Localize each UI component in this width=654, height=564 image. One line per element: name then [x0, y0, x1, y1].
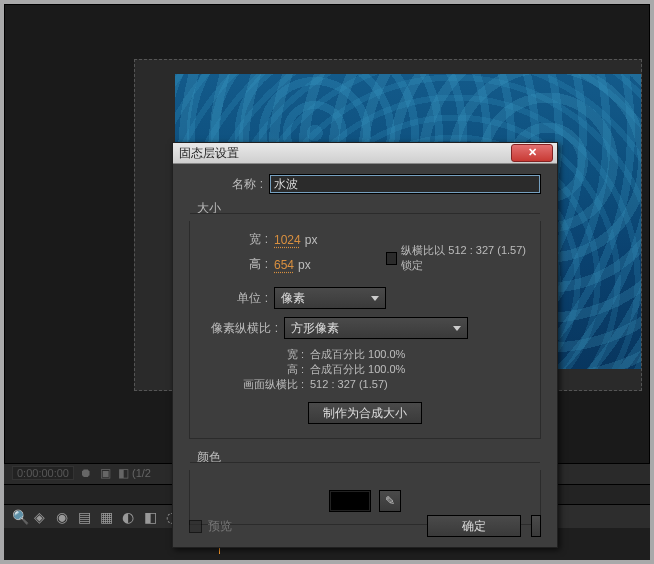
width-unit: px [305, 233, 318, 247]
search-icon[interactable]: 🔍 [12, 509, 28, 525]
color-swatch[interactable] [329, 490, 371, 512]
chevron-down-icon [371, 296, 379, 301]
person-icon[interactable]: ▣ [100, 466, 111, 480]
solid-settings-dialog: 固态层设置 ✕ 名称 : 大小 宽 : 1024 px [172, 142, 558, 548]
dialog-title: 固态层设置 [179, 146, 239, 160]
units-label: 单位 : [202, 290, 274, 307]
cancel-button[interactable] [531, 515, 541, 537]
info-width-label: 宽 : [238, 347, 304, 362]
cube-icon[interactable]: ◈ [34, 509, 50, 525]
resolution-label: (1/2 [132, 467, 151, 479]
preview-checkbox[interactable] [189, 520, 202, 533]
width-value[interactable]: 1024 [274, 233, 301, 247]
par-select[interactable]: 方形像素 [284, 317, 468, 339]
eyedropper-icon: ✎ [385, 494, 395, 508]
collapse-icon[interactable]: ◧ [144, 509, 160, 525]
timecode-field[interactable]: 0:00:00:00 [12, 466, 74, 480]
ok-button[interactable]: 确定 [427, 515, 521, 537]
lock-aspect-checkbox[interactable] [386, 252, 397, 265]
adjustment-icon[interactable]: ◐ [122, 509, 138, 525]
units-select[interactable]: 像素 [274, 287, 386, 309]
graph-icon[interactable]: ▤ [78, 509, 94, 525]
info-ratio-label: 画面纵横比 : [238, 377, 304, 392]
info-width-value: 合成百分比 100.0% [310, 348, 405, 360]
close-button[interactable]: ✕ [511, 144, 553, 162]
preview-label: 预览 [208, 518, 232, 535]
dialog-titlebar[interactable]: 固态层设置 ✕ [173, 143, 557, 164]
height-unit: px [298, 258, 311, 272]
frame-blend-icon[interactable]: ▦ [100, 509, 116, 525]
make-comp-size-button[interactable]: 制作为合成大小 [308, 402, 422, 424]
lock-aspect-label: 纵横比以 512 : 327 (1.57) 锁定 [401, 243, 528, 273]
camera-icon[interactable]: ⏺ [80, 466, 92, 480]
motion-blur-icon[interactable]: ◉ [56, 509, 72, 525]
shy-icon[interactable]: ◧ [118, 466, 129, 480]
info-ratio-value: 512 : 327 (1.57) [310, 378, 388, 390]
height-label: 高 : [202, 256, 274, 273]
height-value[interactable]: 654 [274, 258, 294, 272]
eyedropper-button[interactable]: ✎ [379, 490, 401, 512]
size-group: 宽 : 1024 px 高 : 654 px 纵横比以 512 : 327 (1… [189, 221, 541, 439]
info-height-value: 合成百分比 100.0% [310, 363, 405, 375]
name-input[interactable] [269, 174, 541, 194]
par-label: 像素纵横比 : [202, 320, 284, 337]
info-height-label: 高 : [238, 362, 304, 377]
units-value: 像素 [281, 290, 305, 307]
chevron-down-icon [453, 326, 461, 331]
par-value: 方形像素 [291, 320, 339, 337]
name-label: 名称 : [189, 176, 269, 193]
width-label: 宽 : [202, 231, 274, 248]
